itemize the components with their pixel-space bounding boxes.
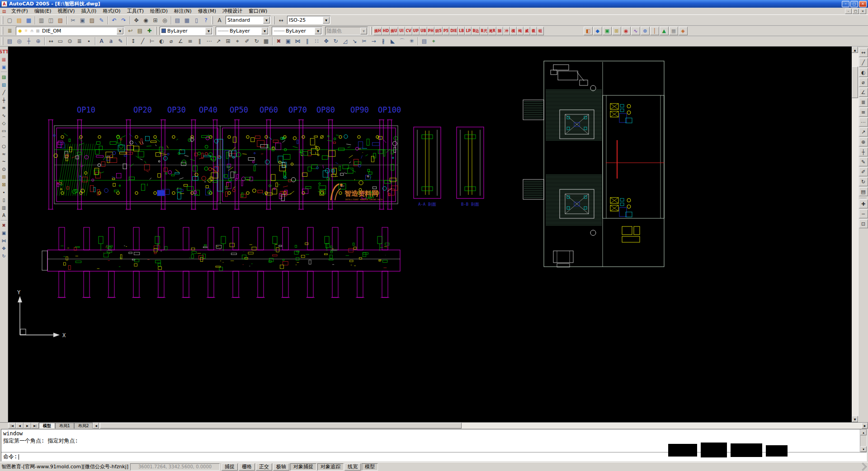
layer-on-bulb-icon[interactable]: ● <box>17 28 23 34</box>
mirror-icon[interactable]: ⋈ <box>0 237 8 245</box>
make-object-layer-icon[interactable]: ✚ <box>145 26 154 35</box>
qnew-icon[interactable]: ▢ <box>5 16 14 25</box>
zoom-realtime-icon[interactable]: ◉ <box>141 16 151 25</box>
command-scrollbar[interactable]: ▲ ▼ <box>860 429 867 452</box>
dim-radius-icon[interactable]: ◐ <box>859 68 868 77</box>
scroll-right-icon[interactable]: ▶ <box>862 423 868 429</box>
move-icon[interactable]: ✥ <box>321 37 331 46</box>
copy-object-icon[interactable]: ▣ <box>283 37 293 46</box>
scroll-left-icon[interactable]: ◀ <box>93 423 99 429</box>
open-icon[interactable]: ▤ <box>14 16 24 25</box>
dim-text-edit-icon[interactable]: ✐ <box>859 167 868 176</box>
dim-style-icon[interactable]: ↔ <box>276 16 286 25</box>
redo-icon[interactable]: ↷ <box>119 16 128 25</box>
tolerance-icon[interactable]: ⊕ <box>859 137 868 146</box>
insert-die-icon[interactable]: ⊞ <box>612 27 621 35</box>
rectangle-icon[interactable]: ▭ <box>0 127 8 135</box>
layout-tab-2[interactable]: 布局2 <box>74 423 93 429</box>
menu-item-5[interactable]: 工具(T) <box>124 8 147 14</box>
erase-icon[interactable]: ✖ <box>274 37 283 46</box>
tab-nav-first[interactable]: |◀ <box>8 423 16 429</box>
die-button-1[interactable]: HD <box>382 27 390 35</box>
menu-item-6[interactable]: 绘图(D) <box>147 8 171 14</box>
ucs-world-icon[interactable]: ⊕ <box>33 37 43 46</box>
die-plate-icon[interactable]: ▣ <box>603 27 612 35</box>
construction-line-icon[interactable]: ┼ <box>0 96 8 104</box>
die-button-19[interactable]: 绚 <box>517 27 524 35</box>
menu-item-4[interactable]: 格式(O) <box>99 8 123 14</box>
arc-icon[interactable]: ⌒ <box>0 135 8 142</box>
extend-icon[interactable]: → <box>369 37 378 46</box>
dim-style-icon[interactable]: ▤ <box>859 187 868 196</box>
circle-icon[interactable]: ○ <box>0 142 8 150</box>
tab-nav-last[interactable]: ▶| <box>31 423 39 429</box>
die-button-17[interactable]: 冲 <box>503 27 510 35</box>
menu-item-7[interactable]: 标注(N) <box>171 8 195 14</box>
region-icon[interactable]: ▯ <box>0 196 8 204</box>
tool-set-icon[interactable]: ◈ <box>679 27 688 35</box>
publish-icon[interactable]: ▧ <box>56 16 65 25</box>
dim-style-manager-icon[interactable]: ▦ <box>261 37 271 46</box>
status-toggle-3[interactable]: 极轴 <box>273 463 289 471</box>
plate-tool-icon[interactable]: ▦ <box>669 27 678 35</box>
die-button-7[interactable]: PH <box>427 27 435 35</box>
dim-ordinate-icon[interactable]: ⊢ <box>147 37 157 46</box>
maximize-button[interactable]: □ <box>850 1 858 7</box>
scale-icon[interactable]: ◿ <box>340 37 350 46</box>
chevron-down-icon[interactable]: ▼ <box>263 17 270 24</box>
toolbar-grip[interactable] <box>273 16 274 24</box>
dim-baseline-icon[interactable]: ∥ <box>195 37 204 46</box>
menu-item-3[interactable]: 插入(I) <box>78 8 100 14</box>
spline-icon[interactable]: ~ <box>0 158 8 165</box>
horizontal-scrollbar[interactable]: ◀ ▶ <box>93 423 868 429</box>
scroll-track[interactable] <box>99 423 862 429</box>
dim-diameter-icon[interactable]: ⌀ <box>859 78 868 87</box>
menu-item-2[interactable]: 视图(V) <box>54 8 78 14</box>
tolerance-icon[interactable]: ⊞ <box>223 37 233 46</box>
layer-manager-icon[interactable]: ≣ <box>5 26 14 35</box>
die-button-16[interactable]: 隙 <box>496 27 503 35</box>
zoom-previous-icon[interactable]: ◎ <box>160 16 170 25</box>
zoom-window-icon[interactable]: ⊞ <box>151 16 160 25</box>
mtext-icon[interactable]: A <box>0 212 8 219</box>
quick-dim-icon[interactable]: ≣ <box>859 98 868 107</box>
baseline-dim-icon[interactable]: ≡ <box>859 108 868 117</box>
die-button-12[interactable]: LP <box>465 27 472 35</box>
doc-close-button[interactable]: × <box>859 9 866 14</box>
vertical-scrollbar[interactable]: ▲ ▼ <box>852 47 858 422</box>
plot-icon[interactable]: ▥ <box>37 16 46 25</box>
polyline-icon[interactable]: ∿ <box>0 112 8 119</box>
pin-tool-icon[interactable]: │ <box>650 27 659 35</box>
die-button-0[interactable]: 插H <box>373 27 382 35</box>
undo-icon[interactable]: ↶ <box>109 16 119 25</box>
dim-style-combo[interactable]: ISO-25 ▼ <box>287 16 330 24</box>
mass-properties-icon[interactable]: ⊙ <box>65 37 75 46</box>
guide-post-icon[interactable]: ◉ <box>622 27 631 35</box>
scroll-up-icon[interactable]: ▲ <box>852 47 858 53</box>
rotate-icon[interactable]: ↻ <box>331 37 340 46</box>
chevron-down-icon[interactable]: ▼ <box>261 28 268 34</box>
layout-tab-0[interactable]: 模型 <box>39 423 55 429</box>
make-block-icon[interactable]: ⊠ <box>0 181 8 188</box>
explode-icon[interactable]: ✳ <box>407 37 416 46</box>
minimize-button[interactable]: – <box>842 1 849 7</box>
layer-color-chip-icon[interactable]: ■ <box>35 28 41 34</box>
menu-item-0[interactable]: 文件(F) <box>8 8 31 14</box>
center-mark-icon[interactable]: ⌖ <box>233 37 242 46</box>
trim-icon[interactable]: ✂ <box>359 37 369 46</box>
die-button-8[interactable]: 阴5 <box>434 27 443 35</box>
die-button-15[interactable]: 尾R <box>488 27 496 35</box>
lineweight-combo[interactable]: ——— ByLayer ▼ <box>272 27 322 35</box>
properties-icon[interactable]: ▤ <box>420 37 429 46</box>
dim-edit-icon[interactable]: ✎ <box>859 157 868 166</box>
layer-states-icon[interactable]: ▤ <box>135 26 145 35</box>
hatch-icon[interactable]: ▨ <box>0 73 8 81</box>
toolbar-grip[interactable] <box>212 16 213 24</box>
erase-icon[interactable]: ✖ <box>0 221 8 229</box>
toolbar-grip[interactable] <box>155 27 156 35</box>
die-button-3[interactable]: UI <box>398 27 405 35</box>
dim-edit-icon[interactable]: ✐ <box>242 37 252 46</box>
layer-combo[interactable]: ●☼∩■ DIE_OM ▼ <box>16 27 124 35</box>
status-toggle-5[interactable]: 对象追踪 <box>317 463 344 471</box>
dim-continue-icon[interactable]: ⋯ <box>204 37 214 46</box>
